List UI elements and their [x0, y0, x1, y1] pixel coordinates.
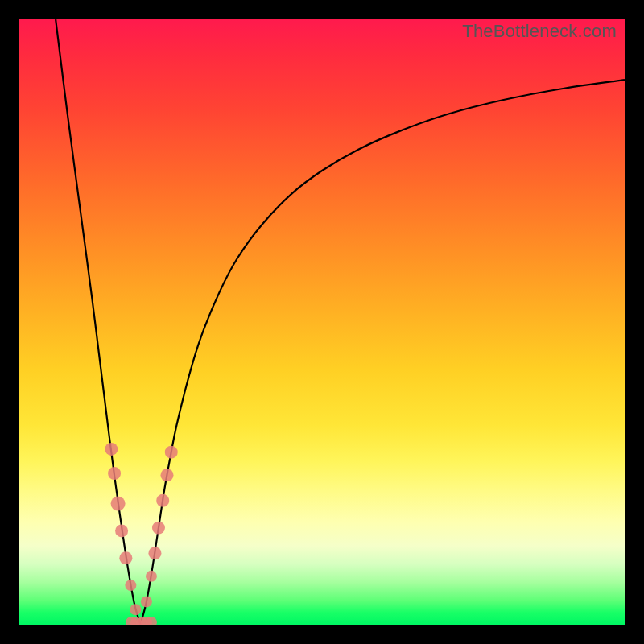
data-marker	[146, 571, 157, 582]
marker-group	[105, 443, 177, 625]
data-marker	[156, 494, 169, 507]
data-marker	[130, 604, 141, 615]
data-marker	[148, 547, 161, 559]
plot-area: TheBottleneck.com	[19, 19, 625, 625]
data-marker	[108, 467, 121, 480]
data-marker	[119, 551, 132, 564]
data-marker	[125, 580, 136, 591]
chart-frame: TheBottleneck.com	[0, 0, 644, 644]
data-marker	[141, 596, 152, 607]
data-marker	[165, 446, 178, 459]
data-marker	[115, 524, 128, 537]
data-marker	[160, 469, 173, 481]
watermark-text: TheBottleneck.com	[462, 21, 617, 42]
left-branch-curve	[56, 19, 140, 625]
data-marker	[152, 522, 165, 535]
data-marker	[111, 497, 126, 511]
right-branch-curve	[140, 80, 625, 625]
curve-layer	[19, 19, 625, 625]
data-marker	[105, 443, 118, 456]
